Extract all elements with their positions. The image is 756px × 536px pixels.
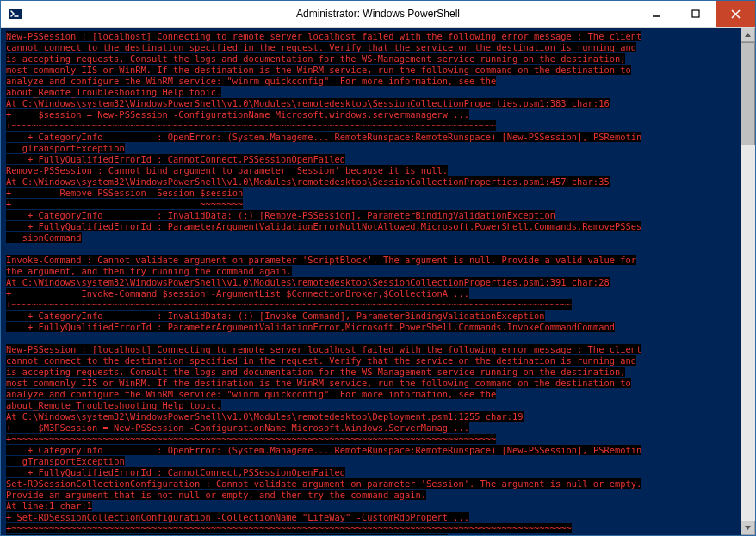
- error-line: + CategoryInfo : OpenError: (System.Mana…: [6, 445, 641, 455]
- error-line: +~~~~~~~~~~~~~~~~~~~~~~~~~~~~~~~~~~~~~~~…: [6, 523, 572, 533]
- error-line: analyze and configure the WinRM service:…: [6, 389, 496, 399]
- error-line: about_Remote_Troubleshooting Help topic.: [6, 87, 221, 97]
- error-line: Remove-PSSession : Cannot bind argument …: [6, 165, 448, 176]
- error-line: New-PSSession : [localhost] Connecting t…: [6, 31, 641, 41]
- close-button[interactable]: [716, 1, 755, 27]
- console-client-area: New-PSSession : [localhost] Connecting t…: [1, 28, 755, 535]
- error-line: Provide an argument that is not null or …: [6, 490, 426, 500]
- scroll-down-button[interactable]: [741, 521, 755, 535]
- error-line: At line:1 char:1: [6, 501, 92, 511]
- error-line: analyze and configure the WinRM service:…: [6, 76, 496, 86]
- window-controls: [636, 1, 755, 27]
- vertical-scrollbar[interactable]: [741, 28, 755, 535]
- error-line: Set-RDSessionCollectionConfiguration : C…: [6, 478, 641, 489]
- error-line: gTransportException: [6, 143, 125, 153]
- error-line: New-PSSession : [localhost] Connecting t…: [6, 344, 641, 354]
- powershell-icon: [8, 6, 23, 22]
- error-line: is accepting requests. Consult the logs …: [6, 367, 625, 377]
- error-line: + ~~~~~~~~: [6, 199, 243, 209]
- svg-rect-0: [9, 9, 22, 19]
- error-line: sionCommand: [6, 232, 82, 243]
- error-line: + $session = New-PSSession -Configuratio…: [6, 109, 469, 120]
- minimize-button[interactable]: [636, 1, 676, 27]
- error-line: the argument, and then try running the c…: [6, 266, 292, 276]
- error-line: about_Remote_Troubleshooting Help topic.: [6, 400, 221, 410]
- error-line: At C:\Windows\system32\WindowsPowerShell…: [6, 176, 610, 187]
- scroll-track[interactable]: [741, 42, 755, 521]
- error-line: + CategoryInfo : InvalidData: (:) [Invok…: [6, 311, 545, 321]
- titlebar[interactable]: Administrator: Windows PowerShell: [1, 1, 755, 28]
- error-line: most commonly IIS or WinRM. If the desti…: [6, 378, 631, 388]
- svg-rect-3: [692, 10, 699, 17]
- error-line: + FullyQualifiedErrorId : CannotConnect,…: [6, 467, 345, 477]
- error-line: + Invoke-Command $session -ArgumentList …: [6, 288, 469, 299]
- scroll-thumb[interactable]: [741, 42, 755, 145]
- error-line: +~~~~~~~~~~~~~~~~~~~~~~~~~~~~~~~~~~~~~~~…: [6, 299, 572, 310]
- error-line: + FullyQualifiedErrorId : CannotConnect,…: [6, 154, 345, 164]
- error-line: cannot connect to the destination specif…: [6, 42, 636, 52]
- error-line: At C:\Windows\system32\WindowsPowerShell…: [6, 277, 610, 287]
- error-line: At C:\Windows\system32\WindowsPowerShell…: [6, 98, 610, 108]
- error-line: + CategoryInfo : NotSpecified: (:) [Writ…: [6, 534, 448, 535]
- error-line: +~~~~~~~~~~~~~~~~~~~~~~~~~~~~~~~~~~~~~~~…: [6, 120, 496, 131]
- error-line: +~~~~~~~~~~~~~~~~~~~~~~~~~~~~~~~~~~~~~~~…: [6, 434, 496, 444]
- error-line: most commonly IIS or WinRM. If the desti…: [6, 65, 631, 75]
- error-line: + CategoryInfo : OpenError: (System.Mana…: [6, 132, 641, 142]
- error-line: cannot connect to the destination specif…: [6, 355, 636, 366]
- error-line: gTransportException: [6, 456, 125, 466]
- error-line: + Remove-PSSession -Session $session: [6, 188, 243, 198]
- powershell-window: Administrator: Windows PowerShell New-PS…: [0, 0, 756, 536]
- error-line: is accepting requests. Consult the logs …: [6, 53, 625, 64]
- scroll-up-button[interactable]: [741, 28, 755, 42]
- error-line: Invoke-Command : Cannot validate argumen…: [6, 255, 636, 265]
- error-line: + FullyQualifiedErrorId : ParameterArgum…: [6, 221, 641, 231]
- error-line: + Set-RDSessionCollectionConfiguration -…: [6, 512, 469, 522]
- maximize-button[interactable]: [676, 1, 716, 27]
- error-line: + $M3PSession = New-PSSession -Configura…: [6, 422, 469, 433]
- console-output[interactable]: New-PSSession : [localhost] Connecting t…: [1, 28, 741, 535]
- error-line: At C:\Windows\system32\WindowsPowerShell…: [6, 411, 524, 422]
- error-line: + FullyQualifiedErrorId : ParameterArgum…: [6, 322, 615, 332]
- error-line: + CategoryInfo : InvalidData: (:) [Remov…: [6, 210, 555, 220]
